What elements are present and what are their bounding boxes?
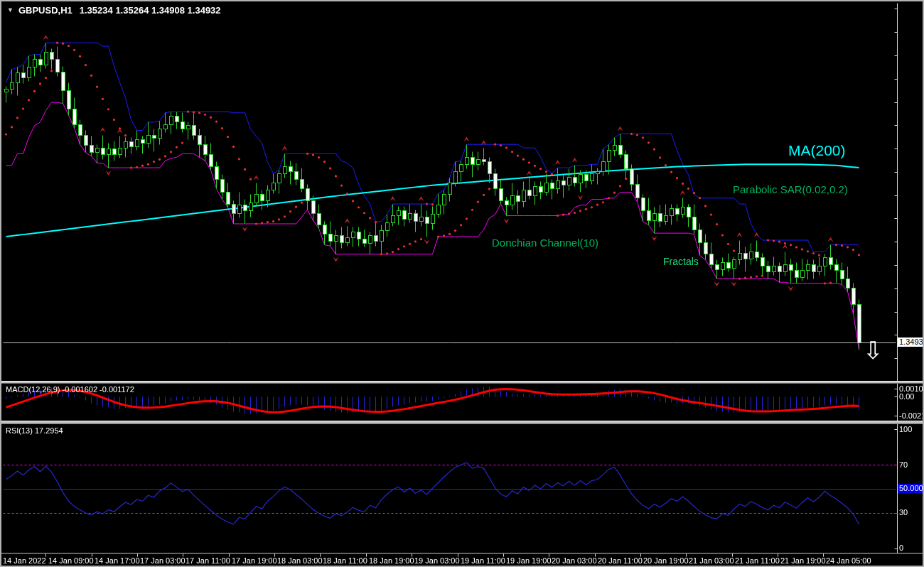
time-axis-label: 18 Jan 11:00	[323, 556, 367, 565]
time-axis-label: 17 Jan 03:00	[140, 556, 186, 565]
time-axis-label: 18 Jan 19:00	[369, 556, 414, 565]
chart-menu-icon[interactable]: ▼	[7, 6, 14, 14]
time-axis-label: 20 Jan 19:00	[643, 556, 689, 565]
time-axis-label: 21 Jan 03:00	[689, 556, 734, 565]
panel-splitter[interactable]	[1, 421, 924, 424]
panel-splitter[interactable]	[1, 381, 924, 384]
time-axis-label: 21 Jan 11:00	[735, 556, 780, 565]
time-axis-label: 17 Jan 19:00	[232, 556, 277, 565]
donchian-channel-text-object[interactable]: Donchian Channel(10)	[492, 237, 598, 249]
time-axis-label: 14 Jan 2022	[3, 556, 46, 565]
time-axis-label: 20 Jan 03:00	[552, 556, 597, 565]
ma200-text-object[interactable]: MA(200)	[788, 142, 846, 159]
price-chart-canvas[interactable]	[1, 1, 924, 567]
ohlc-values: 1.35234 1.35264 1.34908 1.34932	[80, 5, 221, 16]
time-axis-label: 19 Jan 11:00	[461, 556, 505, 565]
panel-border	[1, 553, 924, 554]
fractals-text-object[interactable]: Fractals	[663, 256, 699, 267]
symbol-timeframe: GBPUSD,H1	[18, 5, 72, 16]
parabolic-sar-text-object[interactable]: Parabolic SAR(0.02,0.2)	[733, 183, 848, 195]
time-axis-label: 24 Jan 05:00	[826, 556, 871, 565]
time-axis-label: 21 Jan 19:00	[780, 556, 826, 565]
time-axis-label: 17 Jan 11:00	[186, 556, 230, 565]
rsi-indicator-label: RSI(13) 17.2954	[6, 426, 63, 435]
time-axis-label: 20 Jan 11:00	[598, 556, 643, 565]
price-axis[interactable]: 1.377901.375901.373901.371901.369901.367…	[896, 1, 924, 554]
chart-title: ▼GBPUSD,H11.35234 1.35264 1.34908 1.3493…	[7, 5, 221, 16]
time-axis[interactable]: 14 Jan 202214 Jan 09:0014 Jan 17:0017 Ja…	[1, 556, 924, 567]
time-axis-label: 18 Jan 03:00	[277, 556, 323, 565]
chart-window: ▼GBPUSD,H11.35234 1.35264 1.34908 1.3493…	[0, 0, 924, 567]
time-axis-label: 19 Jan 19:00	[506, 556, 552, 565]
down-arrow-icon[interactable]: ⇩	[863, 338, 883, 362]
macd-indicator-label: MACD(12,26,9) -0.001602 -0.001172	[6, 385, 134, 394]
time-axis-label: 19 Jan 03:00	[414, 556, 460, 565]
time-axis-label: 14 Jan 17:00	[95, 556, 140, 565]
time-axis-label: 14 Jan 09:00	[48, 556, 94, 565]
